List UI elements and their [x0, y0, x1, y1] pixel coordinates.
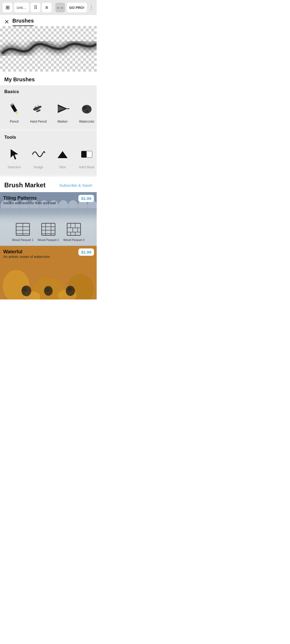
tool-hard-mask-label: Hard Mask — [79, 165, 95, 169]
brush-marker[interactable]: Marker — [50, 98, 75, 125]
market-item-tiling[interactable]: Tiling Patterns Interior elements for fl… — [0, 192, 97, 246]
preview-wood2: Wood Parquet 2 — [38, 222, 59, 241]
basics-brushes-list: Pencil Hard Pencil — [0, 98, 97, 125]
tool-hard-mask[interactable]: Hard Mask — [75, 143, 97, 171]
more-button[interactable]: ⋮ — [89, 4, 94, 11]
tools-label: Tools — [0, 135, 97, 143]
waterful-previews — [0, 283, 97, 297]
brush-watercolor-label: Watercolor — [79, 120, 95, 123]
gopro-button[interactable]: GO PRO! — [67, 3, 87, 12]
tiling-bg: Tiling Patterns Interior elements for fl… — [0, 192, 97, 246]
tool-slice-label: Slice — [59, 165, 66, 169]
tool-slice-icon-wrap — [53, 145, 72, 164]
svg-point-15 — [86, 110, 89, 112]
tool-slice[interactable]: Slice — [50, 143, 75, 171]
tools-list: Selection Nudge Slice — [0, 143, 97, 171]
market-item-waterful[interactable]: Waterful An artistic ocean of watercolor… — [0, 246, 97, 299]
svg-point-67 — [45, 288, 49, 292]
panel-title: Brushes — [12, 18, 34, 26]
brush-hard-pencil-label: Hard Pencil — [30, 120, 47, 123]
svg-rect-23 — [81, 151, 87, 158]
toolbar: ⊞ Unti… ⠿ ≡ ⟷ GO PRO! ⋮ — [0, 0, 97, 15]
wood3-label: Wood Parquet 3 — [63, 238, 85, 241]
tiling-desc: Interior elements for floor and wall — [3, 201, 56, 205]
waterful-price: $1.99 — [78, 248, 94, 256]
tiling-title: Tiling Patterns — [3, 195, 56, 201]
waterful-desc: An artistic ocean of watercolor — [3, 255, 50, 259]
svg-rect-8 — [37, 105, 39, 107]
subscribe-button[interactable]: Subscribe & Save! — [59, 183, 92, 188]
tool-hard-mask-icon-wrap — [77, 145, 96, 164]
svg-point-69 — [67, 287, 72, 292]
basics-label: Basics — [0, 89, 97, 98]
document-title[interactable]: Unti… — [14, 3, 29, 12]
tool-nudge-label: Nudge — [34, 165, 43, 169]
my-brushes-title: My Brushes — [0, 72, 97, 85]
brush-marker-label: Marker — [57, 120, 67, 123]
basics-section: Basics Pencil — [0, 85, 97, 129]
ruler-icon: ⟷ — [55, 3, 65, 12]
brush-watercolor[interactable]: Watercolor — [75, 98, 97, 125]
tool-nudge[interactable]: Nudge — [26, 143, 50, 171]
svg-marker-20 — [57, 151, 68, 159]
market-header: Brush Market Subscribe & Save! — [4, 181, 92, 189]
tool-selection[interactable]: Selection — [2, 143, 26, 171]
brush-preview — [0, 26, 97, 72]
menu-button[interactable]: ≡ — [42, 3, 52, 12]
tool-selection-label: Selection — [8, 165, 21, 169]
wood1-label: Wood Parquet 1 — [12, 238, 33, 241]
waterful-bg: Waterful An artistic ocean of watercolor… — [0, 246, 97, 299]
preview-wood3: Wood Parquet 3 — [63, 222, 85, 241]
header-bar: ✕ Brushes — [0, 15, 97, 26]
tiling-price: $1.99 — [78, 195, 94, 202]
brush-pencil-label: Pencil — [10, 120, 19, 123]
apps-button[interactable]: ⠿ — [31, 3, 40, 12]
wood2-label: Wood Parquet 2 — [38, 238, 59, 241]
grid-button[interactable]: ⊞ — [3, 3, 12, 12]
market-title: Brush Market — [4, 181, 45, 189]
svg-point-13 — [82, 106, 87, 109]
svg-rect-49 — [67, 223, 81, 235]
svg-point-14 — [87, 106, 90, 108]
svg-marker-19 — [10, 149, 19, 160]
tool-selection-icon-wrap — [5, 145, 24, 164]
tool-nudge-icon-wrap — [29, 145, 48, 164]
waterful-title: Waterful — [3, 249, 50, 255]
preview-wood1: Wood Parquet 1 — [12, 222, 33, 241]
brush-hard-pencil[interactable]: Hard Pencil — [26, 98, 50, 125]
tools-section: Tools Selection Nudge — [0, 131, 97, 174]
brush-market-section: Brush Market Subscribe & Save! — [0, 177, 97, 189]
close-button[interactable]: ✕ — [4, 19, 9, 25]
brush-pencil[interactable]: Pencil — [2, 98, 26, 125]
svg-point-65 — [22, 287, 27, 292]
